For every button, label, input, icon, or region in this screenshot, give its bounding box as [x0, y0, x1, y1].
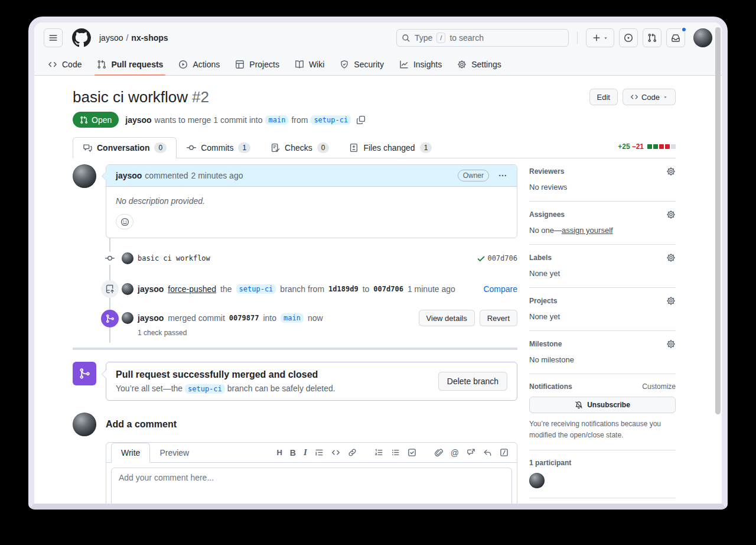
comment-time[interactable]: 2 minutes ago [191, 171, 243, 180]
tasklist-icon [408, 448, 416, 457]
tab-conversation[interactable]: Conversation 0 [73, 137, 177, 158]
comment-textarea[interactable] [111, 468, 512, 510]
code-button[interactable] [331, 448, 340, 457]
commit-author-avatar[interactable] [122, 252, 133, 264]
projects-gear-button[interactable] [666, 296, 676, 306]
current-user-avatar[interactable] [73, 413, 96, 436]
nav-tab-projects[interactable]: Projects [227, 53, 287, 75]
code-dropdown-button[interactable]: Code [623, 89, 676, 105]
breadcrumb-repo[interactable]: nx-shops [131, 33, 168, 43]
nav-tab-actions[interactable]: Actions [171, 53, 227, 75]
bold-button[interactable]: B [290, 448, 296, 458]
merge-branch[interactable]: main [281, 313, 304, 323]
gear-icon [666, 253, 676, 262]
compare-link[interactable]: Compare [483, 284, 517, 294]
force-push-time[interactable]: 1 minute ago [408, 284, 455, 294]
github-logo-icon[interactable] [72, 28, 91, 47]
tab-checks[interactable]: Checks 0 [260, 137, 339, 158]
heading-button[interactable]: H [276, 448, 282, 457]
commit-sha[interactable]: 007d706 [487, 254, 517, 262]
window-scrollbar[interactable] [715, 27, 721, 414]
labels-value: None yet [529, 269, 676, 278]
force-push-verb[interactable]: force-pushed [168, 284, 216, 294]
tab-files-changed[interactable]: Files changed 1 [339, 137, 442, 158]
checklist-icon [271, 143, 280, 153]
nav-tab-pull-requests[interactable]: Pull requests [89, 53, 171, 75]
tab-commits[interactable]: Commits 1 [177, 137, 260, 158]
labels-section: Labels None yet [529, 245, 676, 288]
old-sha[interactable]: 1d189d9 [328, 285, 359, 293]
kebab-menu-icon[interactable] [498, 171, 507, 180]
edit-button[interactable]: Edit [589, 89, 618, 105]
revert-button[interactable]: Revert [480, 310, 517, 326]
git-commit-icon [187, 143, 196, 153]
issues-button[interactable] [619, 28, 638, 47]
nav-tab-wiki[interactable]: Wiki [287, 53, 332, 75]
assignees-gear-button[interactable] [666, 210, 676, 219]
additions-count: +25 [618, 142, 630, 151]
comment-author-avatar[interactable] [73, 164, 96, 188]
base-branch-label[interactable]: main [265, 115, 288, 125]
merge-time[interactable]: now [308, 313, 323, 323]
conversation-count: 0 [154, 142, 167, 153]
create-new-button[interactable] [586, 28, 614, 47]
slash-commands-button[interactable] [500, 448, 509, 457]
diffstat: +25 −21 [618, 142, 676, 158]
nav-tab-code[interactable]: Code [40, 53, 89, 75]
write-tab[interactable]: Write [111, 443, 150, 463]
cross-reference-button[interactable] [467, 448, 475, 457]
merge-author[interactable]: jaysoo [138, 313, 164, 323]
reviewers-gear-button[interactable] [666, 167, 676, 176]
comment-author[interactable]: jaysoo [116, 171, 142, 180]
customize-link[interactable]: Customize [642, 382, 676, 391]
milestone-gear-button[interactable] [666, 339, 676, 349]
attach-file-button[interactable] [434, 448, 443, 457]
lock-conversation-button[interactable]: Lock conversation [529, 498, 676, 510]
git-pull-request-icon [97, 60, 106, 69]
merge-author-avatar[interactable] [122, 312, 133, 324]
nav-tab-settings[interactable]: Settings [449, 53, 509, 75]
view-details-button[interactable]: View details [419, 310, 475, 326]
projects-section: Projects None yet [529, 288, 676, 331]
saved-replies-button[interactable] [483, 448, 492, 457]
deletions-count: −21 [632, 142, 644, 151]
nav-tab-insights[interactable]: Insights [392, 53, 449, 75]
numbered-list-button[interactable] [374, 448, 383, 457]
add-reaction-button[interactable] [116, 214, 133, 229]
comment-body: No description provided. [106, 187, 517, 209]
unsubscribe-button[interactable]: Unsubscribe [529, 397, 676, 413]
user-avatar[interactable] [693, 28, 712, 47]
pull-requests-button[interactable] [643, 28, 662, 47]
merge-sha[interactable]: 0079877 [229, 314, 259, 322]
notifications-inbox-button[interactable] [666, 28, 685, 47]
header-divider [577, 32, 578, 44]
nav-tab-security[interactable]: Security [332, 53, 392, 75]
file-diff-icon [349, 143, 359, 153]
plus-icon [592, 33, 601, 43]
bullet-list-button[interactable] [391, 448, 400, 457]
pr-author[interactable]: jaysoo [125, 115, 151, 125]
italic-button[interactable]: I [304, 447, 307, 458]
preview-tab[interactable]: Preview [150, 443, 198, 462]
participant-avatar[interactable] [529, 473, 545, 488]
link-button[interactable] [348, 448, 357, 457]
search-input[interactable]: Type / to search [396, 29, 569, 47]
breadcrumb-owner[interactable]: jaysoo [99, 33, 123, 43]
copy-branch-icon[interactable] [356, 115, 366, 125]
commit-message[interactable]: basic ci workflow [138, 254, 210, 262]
quote-button[interactable] [315, 448, 324, 457]
mention-button[interactable]: @ [451, 448, 459, 458]
force-push-avatar[interactable] [122, 283, 133, 295]
new-sha[interactable]: 007d706 [373, 285, 403, 293]
assign-yourself-link[interactable]: assign yourself [562, 226, 613, 235]
head-branch-label[interactable]: setup-ci [311, 115, 351, 125]
check-passed-note[interactable]: 1 check passed [138, 329, 517, 337]
task-list-button[interactable] [408, 448, 416, 457]
hamburger-menu-button[interactable] [44, 28, 63, 47]
force-push-branch[interactable]: setup-ci [236, 284, 276, 294]
delete-branch-button[interactable]: Delete branch [438, 372, 507, 391]
labels-gear-button[interactable] [666, 253, 676, 262]
deletable-branch-label[interactable]: setup-ci [185, 384, 225, 394]
shield-icon [340, 60, 349, 69]
force-push-author[interactable]: jaysoo [138, 284, 164, 294]
